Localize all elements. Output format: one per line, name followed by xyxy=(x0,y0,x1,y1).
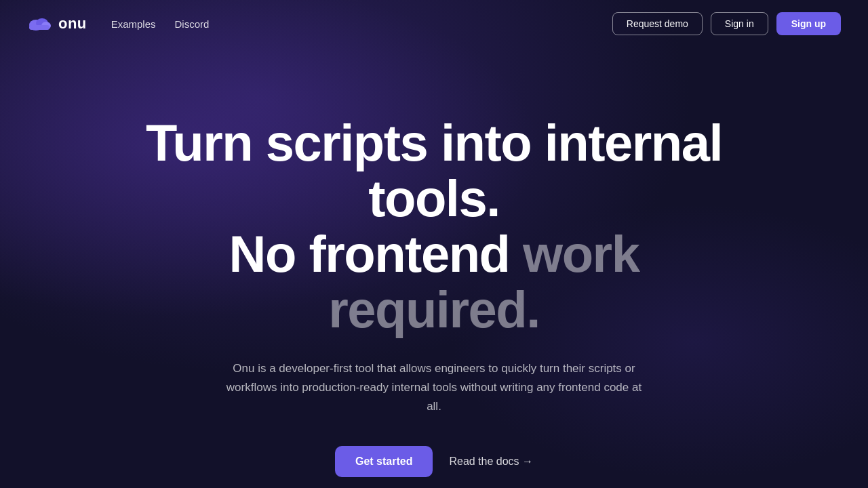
hero-title-line1: Turn scripts into internal tools. xyxy=(146,114,722,227)
hero-subtitle: Onu is a developer-first tool that allow… xyxy=(224,359,644,416)
navbar: onu Examples Discord Request demo Sign i… xyxy=(0,0,868,47)
nav-link-discord[interactable]: Discord xyxy=(175,18,210,30)
request-demo-button[interactable]: Request demo xyxy=(612,12,703,35)
hero-cta: Get started Read the docs → xyxy=(335,446,533,477)
sign-up-button[interactable]: Sign up xyxy=(776,12,841,35)
hero-title-line2-normal: No frontend xyxy=(229,225,510,283)
svg-rect-3 xyxy=(29,25,50,30)
hero-section: Turn scripts into internal tools. No fro… xyxy=(0,47,868,477)
nav-link-examples[interactable]: Examples xyxy=(111,18,156,30)
nav-left: onu Examples Discord xyxy=(27,14,209,33)
nav-right: Request demo Sign in Sign up xyxy=(612,12,841,35)
logo[interactable]: onu xyxy=(27,14,87,33)
nav-links: Examples Discord xyxy=(111,18,210,30)
logo-icon xyxy=(27,14,52,33)
logo-text: onu xyxy=(58,15,87,33)
sign-in-button[interactable]: Sign in xyxy=(711,12,768,35)
read-docs-link[interactable]: Read the docs → xyxy=(449,455,533,468)
get-started-button[interactable]: Get started xyxy=(335,446,433,477)
hero-title-line2: No frontend work required. xyxy=(129,226,739,338)
hero-title: Turn scripts into internal tools. No fro… xyxy=(129,115,739,338)
